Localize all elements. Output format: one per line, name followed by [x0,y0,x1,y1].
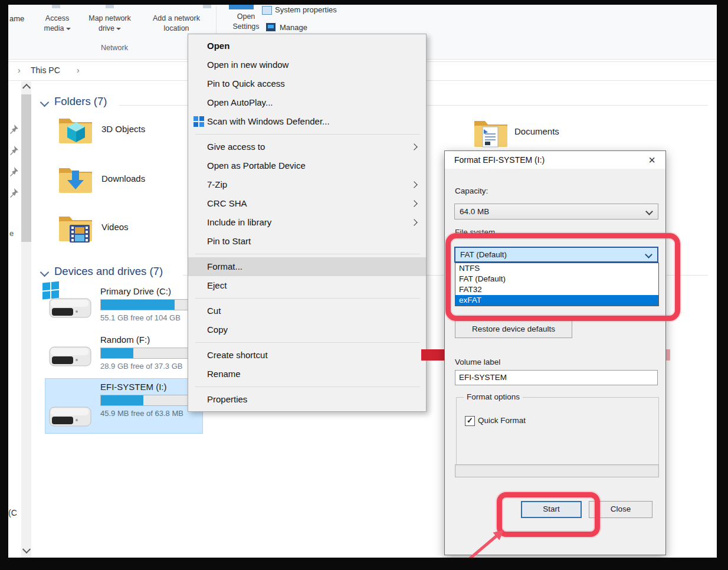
drive-usage-fill [101,395,143,405]
cut-icon-fragment [106,5,114,8]
restore-defaults-button[interactable]: Restore device defaults [455,320,572,338]
submenu-arrow-icon [411,181,417,188]
dropdown-arrow-icon [116,28,121,30]
drive-usage-fill [101,348,133,358]
capacity-combobox[interactable]: 64.0 MB [454,204,658,220]
add-location-line1: Add a network [142,14,211,24]
drive-tile-label[interactable]: Primary Drive (C:) [100,286,171,296]
manage-button[interactable]: Manage [280,23,307,32]
add-network-location-button[interactable]: Add a network location [142,14,211,34]
annotation-arrow-icon [455,522,520,558]
scrollbar-thumb[interactable] [21,94,31,242]
checkbox-check-icon: ✓ [467,416,473,425]
documents-folder-icon [472,115,510,150]
menu-separator [195,342,420,343]
menu-item-open-portable[interactable]: Open as Portable Device [188,156,426,175]
volume-label: Volume label [455,358,500,366]
format-options-group: Format options ✓ Quick Format [456,397,659,468]
menu-separator [195,386,420,387]
menu-item-rename[interactable]: Rename [188,365,426,384]
cut-icon-fragment [203,5,211,8]
close-icon[interactable]: × [643,152,661,168]
3d-objects-folder-icon [57,113,94,147]
drives-group-header[interactable]: Devices and drives (7) [54,265,163,278]
menu-item-give-access[interactable]: Give access to [188,137,426,156]
system-properties-icon [262,6,272,15]
map-drive-line1: Map network [79,14,140,24]
quick-format-checkbox[interactable]: ✓ [465,416,475,426]
open-icon-fragment [229,5,254,9]
submenu-arrow-icon [411,219,417,225]
videos-folder-icon [57,211,94,245]
menu-item-include-library[interactable]: Include in library [188,213,426,232]
map-network-drive-button[interactable]: Map network drive [79,14,140,34]
collapse-chevron-icon[interactable] [40,268,50,277]
menu-item-pin-start[interactable]: Pin to Start [188,232,426,251]
menu-item-crc-sha[interactable]: CRC SHA [188,194,426,213]
context-menu: Open Open in new window Pin to Quick acc… [188,34,427,412]
map-drive-line2: drive [79,24,140,34]
menu-item-pin-quick-access[interactable]: Pin to Quick access [188,74,426,93]
menu-item-copy[interactable]: Copy [188,320,426,339]
manage-icon [266,23,276,31]
folder-tile[interactable]: Videos [101,222,129,232]
nav-item-fragment: e [9,229,14,238]
folder-tile[interactable]: Documents [514,126,559,136]
chevron-down-icon [645,208,653,215]
scroll-up-icon[interactable] [22,84,31,92]
menu-item-7zip[interactable]: 7-Zip [188,175,426,194]
system-properties-button[interactable]: System properties [275,5,337,14]
screenshot-frame: ame Access media Map network drive Add a… [0,0,728,570]
scroll-down-icon[interactable] [22,545,31,553]
access-media-line1: Access [35,14,79,24]
dialog-titlebar[interactable]: Format EFI-SYSTEM (I:) × [445,151,665,169]
capacity-value: 64.0 MB [460,207,489,216]
menu-item-scan-defender[interactable]: Scan with Windows Defender... [188,112,426,131]
drive-icon [46,400,94,432]
quick-access-pin-icons [9,124,19,201]
capacity-label: Capacity: [455,186,488,195]
format-progress-bar [455,464,659,477]
drive-usage-fill [101,300,175,310]
folder-tile[interactable]: 3D Objects [101,124,145,134]
drive-tile-label[interactable]: Random (F:) [100,335,150,345]
open-settings-line2: Settings [225,22,267,32]
access-media-button[interactable]: Access media [35,14,79,34]
ribbon-rename-fragment: ame [9,14,24,23]
windows-defender-icon [194,116,204,127]
breadcrumb-chevron-icon: › [18,65,21,75]
menu-item-open[interactable]: Open [188,37,426,55]
access-media-line2: media [35,24,79,34]
open-settings-button[interactable]: Open Settings [225,12,267,32]
submenu-arrow-icon [411,200,417,207]
downloads-folder-icon [57,162,94,196]
menu-item-cut[interactable]: Cut [188,302,426,320]
drive-icon [46,340,94,372]
drive-tile-label[interactable]: EFI-SYSTEM (I:) [100,382,167,392]
volume-label-input[interactable]: EFI-SYSTEM [455,370,658,385]
windows-logo-icon [42,281,60,300]
menu-item-format[interactable]: Format... [188,257,426,276]
ribbon-group-label: Network [44,44,185,52]
breadcrumb-chevron-icon: › [77,65,80,75]
folder-tile[interactable]: Downloads [101,173,145,184]
menu-separator [195,298,420,299]
annotation-box-file-system [445,233,680,321]
folders-group-header[interactable]: Folders (7) [54,95,107,108]
menu-item-open-autoplay[interactable]: Open AutoPlay... [188,93,426,112]
explorer-window: ame Access media Map network drive Add a… [8,5,717,558]
collapse-chevron-icon[interactable] [40,98,50,107]
nav-scrollbar[interactable] [21,81,31,558]
drive-caption: 45.9 MB free of 63.8 MB [100,409,183,418]
menu-item-open-new-window[interactable]: Open in new window [188,55,426,74]
drive-caption: 55.1 GB free of 104 GB [100,313,181,322]
dropdown-arrow-icon [66,28,71,30]
menu-item-properties[interactable]: Properties [188,390,426,409]
breadcrumb[interactable]: This PC [31,65,60,75]
quick-format-label: Quick Format [478,416,526,425]
menu-item-create-shortcut[interactable]: Create shortcut [188,346,426,365]
cut-icon-fragment [52,5,60,8]
nav-item-fragment: (C [8,508,17,517]
add-location-line2: location [142,24,211,34]
menu-item-eject[interactable]: Eject [188,276,426,295]
